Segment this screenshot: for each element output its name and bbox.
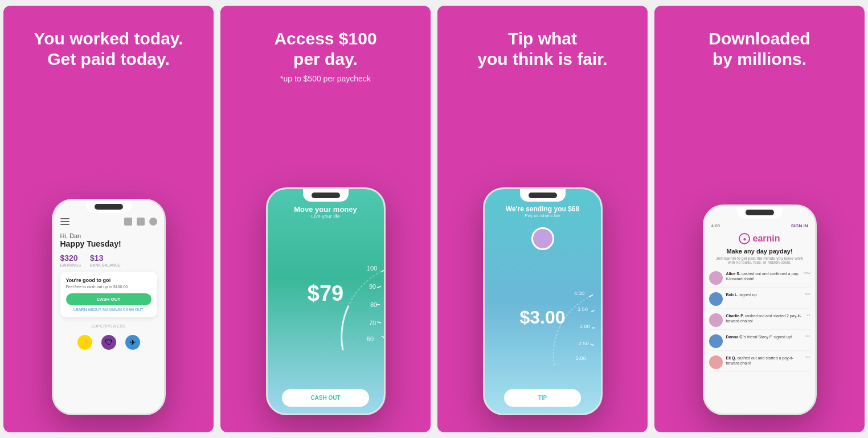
panel-4: Downloaded by millions. 4:09 SIGN IN ● e… [654,6,865,432]
phone-mockup-4: 4:09 SIGN IN ● earnin Make any day payda… [703,204,817,415]
panel-2: Access $100 per day. *up to $500 per pay… [220,6,431,432]
cashout-card: You're good to go! Feel free to cash out… [60,272,157,317]
svg-line-0 [382,269,386,272]
cashout-button[interactable]: CASH OUT [66,293,152,305]
trash-icon [124,218,132,226]
user-avatar-3 [531,227,554,250]
panel-1: You worked today. Get paid today. Hi, Da… [3,6,214,432]
svg-line-1 [377,286,381,288]
svg-text:60: 60 [367,335,374,342]
feed-item-4: Eli Q. cashed out and started a pay-it-f… [709,353,810,372]
info-icon [149,218,157,226]
svg-line-18 [591,344,594,346]
earnin-logo: ● earnin [705,233,815,244]
svg-text:80: 80 [370,301,377,308]
cashout-btn-2[interactable]: CASH OUT [282,389,369,407]
panel-3-headline: Tip what you think is fair. [477,28,607,69]
balance-stat: $13 BANK BALANCE [90,253,121,267]
tip-btn[interactable]: TIP [504,389,582,407]
phone-mockup-2: Move your money Live your life 1 [266,187,386,415]
panel-2-headline: Access $100 per day. [274,28,376,69]
signin-link[interactable]: SIGN IN [791,223,808,228]
dial-container-2: 100 90 80 70 60 $79 [275,225,377,362]
svg-text:3.50: 3.50 [577,306,587,312]
shield-icon: 🛡 [101,335,116,350]
dial-container-3: 4.00 3.50 3.00 2.50 2.00 $3.00 [492,255,594,380]
feed-item-1: Bob L. signed up 50s [709,290,810,309]
svg-text:90: 90 [369,283,376,290]
svg-text:70: 70 [369,320,376,326]
phone-mockup-1: Hi, Dan Happy Tuesday! $320 EARNINGS $13… [52,199,166,415]
lightning-icon: ⚡ [77,335,92,350]
menu-icon [60,218,69,225]
feed-item-3: Donna C.'s friend Stacy F. signed up! 3m [709,332,810,351]
svg-text:100: 100 [367,265,377,272]
feed-avatar-1 [709,292,723,306]
panel-3: Tip what you think is fair. We're sendin… [437,6,648,432]
activity-feed: Alice S. cashed out and continued a pay-… [705,269,815,414]
svg-text:2.50: 2.50 [578,341,588,346]
panel-4-headline: Downloaded by millions. [709,28,810,69]
feed-item-0: Alice S. cashed out and continued a pay-… [709,269,810,288]
svg-line-4 [382,336,385,338]
feed-avatar-2 [709,313,723,327]
phone-mockup-3: We're sending you $68 Pay us what's fair… [483,187,603,415]
feed-avatar-3 [709,334,723,348]
feed-item-2: Charlie P. cashed out and started 2 pay-… [709,311,810,330]
svg-line-16 [591,310,595,312]
panel-2-subtitle: *up to $500 per paycheck [280,74,371,83]
svg-line-3 [377,322,381,323]
svg-text:4.00: 4.00 [574,290,584,296]
feed-avatar-4 [709,355,723,369]
greeting-text: Hi, Dan Happy Tuesday! [60,232,157,248]
svg-text:3.00: 3.00 [579,324,589,329]
earnings-stat: $320 EARNINGS [60,253,81,267]
panel-1-headline: You worked today. Get paid today. [34,28,183,69]
rocket-icon: ✈ [125,335,140,350]
svg-text:2.00: 2.00 [575,355,586,361]
phone-time: 4:09 [711,223,720,228]
calendar-icon [137,218,145,226]
feed-avatar-0 [709,271,723,285]
learn-more-link[interactable]: LEARN ABOUT MAXIMUM CASH OUT [66,308,152,312]
